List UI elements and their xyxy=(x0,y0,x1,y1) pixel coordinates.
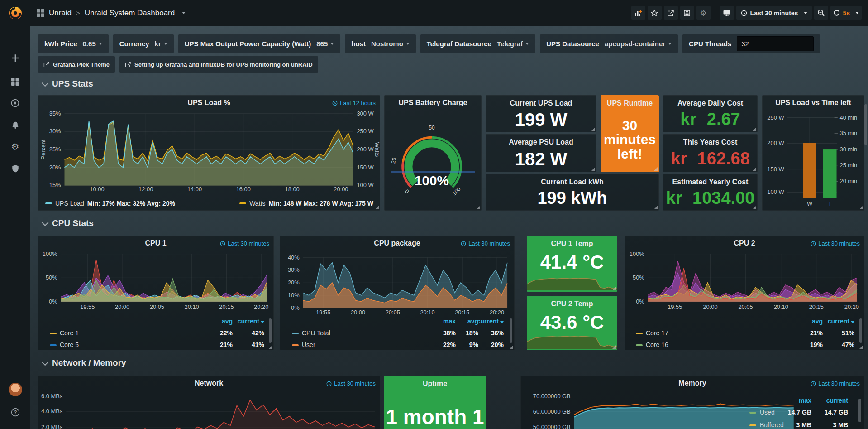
panel-current-ups-load: Current UPS Load 199 W xyxy=(486,95,596,132)
panel-resize-handle[interactable] xyxy=(859,345,863,349)
legend-scrollbar[interactable] xyxy=(859,318,862,343)
help-icon[interactable]: ? xyxy=(0,403,30,421)
panel-resize-handle[interactable] xyxy=(753,167,756,171)
panel-resize-handle[interactable] xyxy=(612,345,616,349)
panel-resize-handle[interactable] xyxy=(612,287,616,290)
page-scrollbar[interactable] xyxy=(864,104,867,145)
panel-resize-handle[interactable] xyxy=(477,206,480,209)
section-ups-stats[interactable]: UPS Stats xyxy=(42,79,93,89)
panel-resize-handle[interactable] xyxy=(753,206,756,209)
panel-average-daily-cost: Average Daily Cost kr 2.67 xyxy=(663,95,758,132)
legend-column-header[interactable]: current xyxy=(38,318,264,325)
legend-column-header[interactable]: current xyxy=(521,397,848,404)
cpu-threads-input[interactable] xyxy=(737,36,814,51)
svg-text:20:05: 20:05 xyxy=(150,304,164,310)
svg-text:20:05: 20:05 xyxy=(386,309,400,316)
dashboard-title-caret-icon[interactable] xyxy=(182,12,186,14)
variable-value: Nostromo xyxy=(371,40,410,48)
panel-title[interactable]: Current Load kWh xyxy=(541,178,604,186)
server-admin-shield-icon[interactable] xyxy=(0,159,30,178)
link-grafana-plex-theme[interactable]: Grafana Plex Theme xyxy=(38,56,115,73)
load-vs-time-bar-chart: 250 W200 W150 W100 W40 min35 min30 min25… xyxy=(763,96,864,210)
svg-text:100 W: 100 W xyxy=(767,188,784,195)
legend-scrollbar[interactable] xyxy=(510,318,512,343)
svg-text:50%: 50% xyxy=(633,274,644,281)
breadcrumb: Unraid > Unraid System Dashboard xyxy=(37,9,186,18)
star-button[interactable] xyxy=(648,6,662,20)
user-avatar[interactable] xyxy=(0,381,30,399)
panel-title[interactable]: This Years Cost xyxy=(683,138,738,146)
explore-icon[interactable] xyxy=(0,94,30,112)
panel-title[interactable]: CPU 1 Temp xyxy=(551,240,593,248)
kiosk-mode-monitor-icon[interactable] xyxy=(720,6,734,20)
variable-currency[interactable]: Currency kr xyxy=(113,34,174,53)
breadcrumb-app[interactable]: Unraid xyxy=(49,9,72,18)
legend-column-header[interactable]: current xyxy=(280,318,504,325)
network-chart: 6.0 MBs4.0 MBs2.0 MBs xyxy=(38,376,380,429)
link-ups-monitoring-guide[interactable]: Setting up Grafana and InfluxDB for UPS … xyxy=(119,56,318,73)
panel-resize-handle[interactable] xyxy=(654,167,658,171)
alerting-bell-icon[interactable] xyxy=(0,116,30,134)
variable-host[interactable]: host Nostromo xyxy=(345,34,416,53)
panel-resize-handle[interactable] xyxy=(654,206,658,209)
dashboards-icon[interactable] xyxy=(0,72,30,91)
svg-text:30 min: 30 min xyxy=(839,146,857,153)
variable-ups-max-output[interactable]: UPS Max Output Power Capacity (Watt) 865 xyxy=(178,34,341,53)
panel-resize-handle[interactable] xyxy=(859,206,863,209)
external-link-icon xyxy=(125,62,131,67)
panel-title[interactable]: Uptime xyxy=(423,380,447,388)
legend-item[interactable]: Watts Min: 148 W Max: 278 W Avg: 175 W xyxy=(239,200,373,207)
panel-title[interactable]: Average PSU Load xyxy=(509,138,573,146)
breadcrumb-dashboard-title[interactable]: Unraid System Dashboard xyxy=(85,9,175,18)
variable-kwh-price[interactable]: kWh Price 0.65 xyxy=(38,34,109,53)
panel-title[interactable]: UPS Runtime xyxy=(607,99,653,107)
legend-scrollbar[interactable] xyxy=(858,399,861,422)
legend-item[interactable]: UPS Load Min: 17% Max: 32% Avg: 20% xyxy=(45,200,175,207)
variable-label: kWh Price xyxy=(44,40,77,48)
dashboard-settings-gear-icon[interactable]: ⚙ xyxy=(696,6,711,20)
panel-network: Network Last 30 minutes 6.0 MBs4.0 MBs2.… xyxy=(38,376,380,429)
variable-ups-datasource[interactable]: UPS Datasource apcupsd-container xyxy=(540,34,678,53)
svg-text:T: T xyxy=(828,200,832,207)
add-panel-button[interactable] xyxy=(631,6,645,20)
configuration-gear-icon[interactable]: ⚙ xyxy=(0,138,30,156)
section-network-memory[interactable]: Network / Memory xyxy=(42,358,126,368)
svg-text:Percent: Percent xyxy=(40,139,47,159)
time-range-picker[interactable]: Last 30 minutes xyxy=(736,6,812,20)
cpu2-legend: avgcurrentCore 1721%51%Core 1619%47% xyxy=(625,317,864,349)
refresh-picker[interactable]: 5s xyxy=(830,6,862,20)
legend-value: 14.7 GB xyxy=(521,409,848,416)
legend-name: Watts xyxy=(249,200,265,207)
refresh-caret-icon xyxy=(855,12,859,14)
panel-resize-handle[interactable] xyxy=(510,345,513,349)
save-button[interactable] xyxy=(680,6,694,20)
panel-title[interactable]: Average Daily Cost xyxy=(677,99,743,107)
section-cpu-stats[interactable]: CPU Stats xyxy=(42,218,94,228)
svg-text:2.0 MBs: 2.0 MBs xyxy=(41,424,62,429)
create-icon[interactable] xyxy=(0,49,30,67)
share-button[interactable] xyxy=(664,6,678,20)
svg-text:250 W: 250 W xyxy=(767,114,784,121)
variable-telegraf-datasource[interactable]: Telegraf Datasource Telegraf xyxy=(420,34,535,53)
legend-stats: Min: 148 W Max: 278 W Avg: 175 W xyxy=(268,200,373,207)
panel-resize-handle[interactable] xyxy=(375,206,379,209)
panel-title[interactable]: Current UPS Load xyxy=(510,99,572,107)
svg-text:200 W: 200 W xyxy=(357,146,374,153)
panel-ups-runtime: UPS Runtime 30 minutes left! xyxy=(601,95,659,172)
panel-resize-handle[interactable] xyxy=(591,167,595,171)
stat-value: 199 W xyxy=(515,107,568,132)
panel-resize-handle[interactable] xyxy=(269,345,272,349)
stat-value: 1 month 1 xyxy=(386,388,484,429)
svg-text:20:00: 20:00 xyxy=(334,186,348,193)
zoom-out-button[interactable] xyxy=(814,6,828,20)
panel-resize-handle[interactable] xyxy=(753,127,756,131)
chevron-down-icon xyxy=(99,43,102,45)
legend-scrollbar[interactable] xyxy=(269,318,272,343)
panel-resize-handle[interactable] xyxy=(591,127,595,131)
legend-column-header[interactable]: current xyxy=(625,318,854,325)
variable-label: UPS Datasource xyxy=(546,40,599,48)
panel-title[interactable]: CPU 2 Temp xyxy=(551,300,593,308)
grafana-logo-icon[interactable] xyxy=(0,3,30,24)
panel-title[interactable]: Estimated Yearly Cost xyxy=(672,178,749,186)
sort-caret-icon xyxy=(500,321,504,323)
